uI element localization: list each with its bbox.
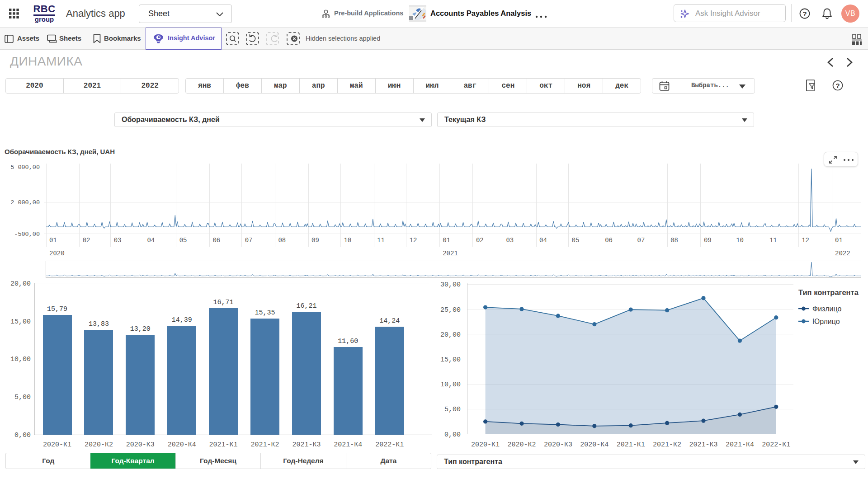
svg-text:10: 10 — [344, 237, 351, 244]
svg-text:16,71: 16,71 — [213, 299, 234, 306]
svg-text:06: 06 — [212, 237, 220, 244]
svg-text:01: 01 — [443, 237, 450, 244]
svg-text:01: 01 — [49, 237, 57, 244]
svg-text:25,00: 25,00 — [440, 306, 461, 314]
svg-text:2022-К1: 2022-К1 — [375, 441, 404, 449]
svg-text:14,39: 14,39 — [172, 316, 192, 324]
svg-text:11: 11 — [377, 237, 385, 244]
svg-text:2 000,00: 2 000,00 — [10, 199, 40, 206]
svg-text:15,79: 15,79 — [47, 305, 67, 313]
svg-text:10: 10 — [736, 237, 744, 244]
svg-text:02: 02 — [476, 237, 484, 244]
svg-text:?: ? — [835, 82, 840, 89]
svg-text:2020-К1: 2020-К1 — [471, 441, 500, 449]
svg-text:2021-К3: 2021-К3 — [292, 441, 321, 449]
svg-text:14,24: 14,24 — [379, 317, 400, 325]
svg-text:2020-К3: 2020-К3 — [544, 441, 572, 449]
svg-text:5,00: 5,00 — [14, 394, 31, 401]
svg-text:5 000,00: 5 000,00 — [10, 164, 40, 171]
svg-text:13,20: 13,20 — [130, 325, 151, 333]
svg-text:12: 12 — [802, 237, 809, 244]
svg-text:Тип контрагента: Тип контрагента — [798, 288, 859, 296]
svg-text:02: 02 — [83, 237, 90, 244]
svg-text:2021-К1: 2021-К1 — [617, 441, 645, 449]
svg-text:?: ? — [802, 10, 807, 18]
svg-text:05: 05 — [179, 237, 187, 244]
svg-text:08: 08 — [278, 237, 286, 244]
svg-text:11: 11 — [769, 237, 777, 244]
svg-text:10,00: 10,00 — [10, 356, 31, 363]
svg-text:2021-К4: 2021-К4 — [726, 441, 754, 449]
svg-text:01: 01 — [835, 237, 843, 244]
svg-text:07: 07 — [637, 237, 645, 244]
svg-text:09: 09 — [704, 237, 712, 244]
svg-text:12: 12 — [410, 237, 417, 244]
svg-text:04: 04 — [539, 237, 547, 244]
svg-text:2022-К1: 2022-К1 — [762, 441, 790, 449]
svg-text:2021-К3: 2021-К3 — [689, 441, 717, 449]
svg-text:2020-К2: 2020-К2 — [507, 441, 536, 449]
svg-text:2021: 2021 — [443, 250, 458, 257]
svg-text:2021-К4: 2021-К4 — [334, 441, 362, 449]
svg-text:Физлицо: Физлицо — [812, 305, 842, 313]
svg-text:2020-К3: 2020-К3 — [126, 441, 155, 449]
svg-text:13,83: 13,83 — [89, 320, 109, 328]
svg-text:07: 07 — [245, 237, 253, 244]
svg-text:11,60: 11,60 — [338, 338, 358, 345]
svg-text:15,00: 15,00 — [440, 356, 461, 364]
svg-text:04: 04 — [147, 237, 155, 244]
svg-text:0,00: 0,00 — [444, 431, 461, 439]
svg-text:-500,00: -500,00 — [14, 231, 40, 238]
svg-text:08: 08 — [670, 237, 678, 244]
svg-text:Юрлицо: Юрлицо — [812, 318, 840, 325]
svg-text:2021-К2: 2021-К2 — [653, 441, 681, 449]
svg-text:2020-К1: 2020-К1 — [43, 441, 71, 449]
svg-text:03: 03 — [114, 237, 122, 244]
svg-text:20,00: 20,00 — [440, 331, 461, 339]
svg-text:2022: 2022 — [835, 250, 850, 257]
svg-text:20,00: 20,00 — [10, 280, 31, 288]
svg-text:09: 09 — [311, 237, 319, 244]
svg-text:06: 06 — [605, 237, 613, 244]
svg-text:16,21: 16,21 — [296, 302, 316, 310]
svg-text:0,00: 0,00 — [14, 432, 31, 439]
svg-text:10,00: 10,00 — [440, 381, 461, 389]
svg-text:2021-К2: 2021-К2 — [250, 441, 279, 449]
svg-text:15,35: 15,35 — [255, 309, 275, 317]
svg-text:2020: 2020 — [49, 250, 65, 257]
svg-text:05: 05 — [572, 237, 580, 244]
svg-text:15,00: 15,00 — [10, 318, 31, 326]
svg-text:30,00: 30,00 — [440, 281, 461, 289]
svg-text:2020-К4: 2020-К4 — [580, 441, 609, 449]
svg-text:2020-К2: 2020-К2 — [85, 441, 113, 449]
svg-text:2021-К1: 2021-К1 — [209, 441, 238, 449]
svg-text:5,00: 5,00 — [444, 406, 461, 413]
svg-text:2020-К4: 2020-К4 — [168, 441, 196, 449]
svg-text:03: 03 — [506, 237, 514, 244]
